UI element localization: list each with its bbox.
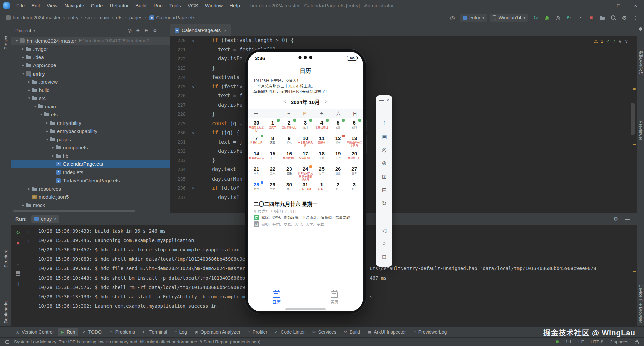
- tool-window-button-arkui-inspector[interactable]: ▦ArkUI Inspector: [364, 328, 409, 336]
- run-tab-entry[interactable]: entry ×: [31, 215, 59, 223]
- tool-window-button-services[interactable]: ⚙Services: [309, 328, 339, 336]
- calendar-day-28[interactable]: 28廿六: [248, 181, 265, 196]
- settings-icon[interactable]: ⚙: [614, 216, 618, 222]
- tree-item-pages[interactable]: ▾pages: [11, 135, 170, 144]
- back-icon[interactable]: ◁: [382, 224, 386, 237]
- code-line[interactable]: 237 day.isT: [170, 193, 637, 202]
- menu-view[interactable]: View: [44, 2, 60, 9]
- tree-chevron[interactable]: ▾: [20, 71, 26, 76]
- rotate-icon[interactable]: ↻: [382, 197, 386, 210]
- device-file-browser-tool-tab[interactable]: Device File Browser: [637, 277, 644, 331]
- menu-refactor[interactable]: Refactor: [106, 2, 132, 9]
- tree-item-appscope[interactable]: ▸AppScope: [11, 61, 170, 70]
- calendar-day-1[interactable]: 1万圣节: [313, 181, 330, 196]
- tree-chevron[interactable]: ▸: [26, 80, 32, 84]
- tool-window-button-log[interactable]: ≡Log: [171, 328, 190, 336]
- tree-item-componets[interactable]: ▸componets: [11, 144, 170, 152]
- tree-chevron[interactable]: ▾: [32, 104, 38, 109]
- close-tab-icon[interactable]: ×: [54, 217, 56, 221]
- clear-icon[interactable]: ▯: [17, 281, 19, 287]
- restart-icon[interactable]: ↻: [564, 13, 573, 22]
- code-line[interactable]: 228}: [170, 110, 637, 119]
- calendar-day-12[interactable]: 12初十: [330, 134, 346, 150]
- app-tab-almanac[interactable]: 黄历: [305, 288, 363, 307]
- code-line[interactable]: 220∨if (festivals.length > 0) {: [170, 36, 637, 45]
- tree-item-mock[interactable]: ▸mock: [11, 201, 170, 209]
- project-tool-tab[interactable]: Project: [0, 29, 11, 57]
- encoding[interactable]: UTF-8: [591, 339, 603, 344]
- code-line[interactable]: 234day.text =: [170, 165, 637, 175]
- menu-edit[interactable]: Edit: [28, 2, 43, 9]
- tree-chevron[interactable]: ▾: [14, 39, 20, 43]
- tree-item-hvigor[interactable]: ▸.hvigor: [11, 45, 170, 53]
- menu-run[interactable]: Run: [150, 2, 166, 9]
- settings-icon[interactable]: ⚙: [153, 28, 157, 33]
- attach-debugger-icon[interactable]: ◎: [553, 13, 562, 22]
- scroll-to-end-icon[interactable]: ↓: [17, 260, 19, 266]
- print-icon[interactable]: ▤: [16, 270, 20, 276]
- calendar-day-25[interactable]: 25廿三: [313, 165, 330, 181]
- inspections-widget[interactable]: ⚠ 2 ✓ 7 ∧ ∨: [594, 39, 628, 44]
- tree-chevron[interactable]: ▸: [20, 63, 26, 67]
- project-panel-title[interactable]: Project: [15, 28, 31, 33]
- tree-item-build[interactable]: ▸build: [11, 86, 170, 94]
- profiler-icon[interactable]: ◔: [575, 13, 585, 22]
- tree-item-entry[interactable]: ▾entry: [11, 69, 170, 78]
- memory-indicator-icon[interactable]: [556, 340, 559, 343]
- close-icon[interactable]: ×: [386, 98, 389, 103]
- calendar-day-13[interactable]: 13国际减轻自然灾害日: [346, 134, 362, 150]
- tool-window-button-previewerlog[interactable]: ≡PreviewerLog: [411, 328, 450, 336]
- tree-item-entryability[interactable]: ▸entryability: [11, 119, 170, 127]
- code-line[interactable]: 222 day.isFe: [170, 54, 637, 64]
- horizontal-scrollbar[interactable]: [13, 210, 135, 212]
- calendar-day-5[interactable]: 5初三: [330, 119, 346, 134]
- tool-window-button-version-control[interactable]: YVersion Control: [13, 328, 57, 336]
- select-opened-file-icon[interactable]: ◎: [128, 28, 132, 33]
- next-month-button[interactable]: >: [325, 99, 328, 104]
- settings-icon[interactable]: ⚙: [620, 13, 629, 22]
- editor-scrollbar[interactable]: [631, 103, 635, 135]
- fold-marker[interactable]: ∨: [190, 184, 197, 193]
- calendar-day-30[interactable]: 30中国烈士纪念日: [248, 119, 265, 134]
- tree-chevron[interactable]: ▸: [20, 55, 26, 59]
- code-line[interactable]: 236∨if (d.toY: [170, 184, 637, 193]
- menu-code[interactable]: Code: [88, 2, 106, 9]
- tree-chevron[interactable]: ▸: [44, 121, 50, 125]
- menu-file[interactable]: File: [13, 2, 28, 9]
- fold-marker[interactable]: ∨: [190, 128, 197, 138]
- tree-chevron[interactable]: ▸: [50, 145, 56, 150]
- calendar-day-23[interactable]: 23霜降: [281, 165, 297, 181]
- calendar-day-15[interactable]: 15十三: [265, 150, 281, 165]
- tree-item-todayyunchengpage-ets[interactable]: eTodayYunChengPage.ets: [11, 177, 170, 185]
- menu-vcs[interactable]: VCS: [185, 2, 201, 9]
- tree-chevron[interactable]: ▸: [26, 187, 32, 191]
- previewer-tool-tab[interactable]: Previewer: [637, 114, 644, 147]
- tree-item-calendarpage-ets[interactable]: eCalendarPage.ets: [11, 160, 170, 168]
- calendar-day-1[interactable]: 1国庆节: [265, 119, 281, 134]
- warning-stripe-mark[interactable]: [633, 144, 636, 145]
- tool-window-button-terminal[interactable]: >_Terminal: [139, 328, 170, 336]
- code-line[interactable]: 230∨if (jq) {: [170, 128, 637, 138]
- hide-panel-icon[interactable]: —: [625, 216, 630, 222]
- expand-all-icon[interactable]: ⊕: [136, 28, 140, 33]
- calendar-day-14[interactable]: 14葡萄酒情人节: [248, 150, 265, 165]
- calendar-day-24[interactable]: 24世界发展信息日 抗美援朝纪念日: [297, 165, 314, 181]
- menu-help[interactable]: Help: [226, 2, 243, 9]
- recents-icon[interactable]: □: [382, 250, 386, 264]
- tree-chevron[interactable]: ▸: [44, 129, 50, 133]
- calendar-day-16[interactable]: 16世界粮食日: [281, 150, 297, 165]
- api-analyzer-tool-tab[interactable]: 鸿蒙API分析: [637, 36, 644, 90]
- editor-tab-calendarpage[interactable]: e CalendarPage.ets ×: [170, 24, 231, 36]
- home-icon[interactable]: ○: [382, 237, 386, 250]
- close-button[interactable]: ×: [627, 0, 644, 11]
- fold-marker[interactable]: ∨: [190, 82, 197, 92]
- tree-item-idea[interactable]: ▸.idea: [11, 53, 170, 61]
- stop-icon[interactable]: ■: [16, 240, 19, 246]
- down-icon[interactable]: ↓: [28, 238, 30, 243]
- breadcrumb-item-ets[interactable]: ets: [116, 15, 122, 20]
- device-manager-icon[interactable]: ◎: [448, 13, 457, 22]
- warning-stripe-mark[interactable]: [633, 88, 636, 90]
- tree-item-module-json5[interactable]: {}module.json5: [11, 193, 170, 201]
- next-problem-icon[interactable]: ∨: [625, 39, 628, 44]
- tree-chevron[interactable]: ▸: [26, 88, 32, 92]
